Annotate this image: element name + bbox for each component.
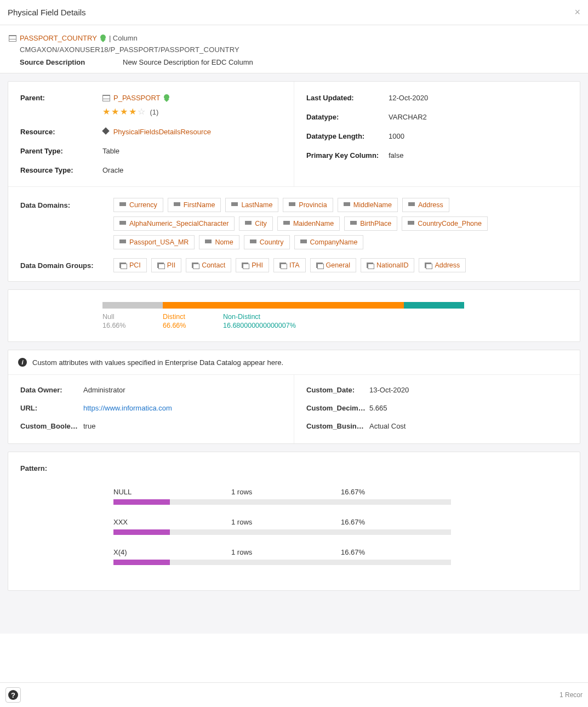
header-section: PASSPORT_COUNTRY | Column CMGAXON/AXONUS… xyxy=(0,25,588,73)
data-domains-label: Data Domains: xyxy=(20,198,113,249)
domain-tag[interactable]: City xyxy=(239,216,273,231)
domain-tag[interactable]: LastName xyxy=(225,198,278,212)
stack-icon xyxy=(316,263,323,268)
nondistinct-pct: 16.680000000000007% xyxy=(223,322,296,329)
domain-tag[interactable]: Nome xyxy=(199,235,239,249)
pattern-rows: 1 rows xyxy=(231,548,341,556)
grid-icon xyxy=(408,202,415,208)
table-icon xyxy=(9,35,16,42)
stack-icon xyxy=(279,263,286,268)
domain-group-tag[interactable]: PII xyxy=(151,258,181,272)
stack-icon xyxy=(425,263,431,268)
domain-tag[interactable]: Currency xyxy=(113,198,163,212)
domain-tag[interactable]: Country xyxy=(244,235,290,249)
pattern-name: NULL xyxy=(113,488,231,496)
tag-label: FirstName xyxy=(184,201,215,209)
field-name-link[interactable]: PASSPORT_COUNTRY xyxy=(20,34,97,42)
grid-icon xyxy=(408,221,414,226)
tag-label: LastName xyxy=(241,201,272,209)
tag-label: Passport_USA_MR xyxy=(129,238,189,246)
url-link[interactable]: https://www.informatica.com xyxy=(83,404,172,412)
tag-label: Nome xyxy=(215,238,233,246)
tag-label: NationalID xyxy=(376,261,408,269)
breadcrumb-path: CMGAXON/AXONUSER18/P_PASSPORT/PASSPORT_C… xyxy=(9,45,580,54)
tag-label: Address xyxy=(418,201,443,209)
grid-icon xyxy=(174,202,180,208)
tag-label: City xyxy=(255,220,267,227)
grid-icon xyxy=(231,202,238,208)
certified-icon xyxy=(100,35,106,40)
data-owner-value: Administrator xyxy=(83,386,282,394)
resource-link[interactable]: PhysicalFieldsDetailsResource xyxy=(113,128,211,136)
tag-label: PCI xyxy=(129,261,141,269)
pattern-name: XXX xyxy=(113,518,231,526)
pattern-fill xyxy=(113,560,170,565)
domain-tag[interactable]: AlphaNumeric_SpecialCharacter xyxy=(113,216,235,231)
grid-icon xyxy=(119,221,126,226)
distinct-pct: 66.66% xyxy=(163,322,223,329)
custom-bool-value: true xyxy=(83,422,282,430)
domain-group-tag[interactable]: ITA xyxy=(273,258,306,272)
stack-icon xyxy=(192,263,198,268)
domain-tag[interactable]: MiddleName xyxy=(338,198,398,212)
tag-label: Contact xyxy=(202,261,225,269)
grid-icon xyxy=(300,240,307,245)
tag-label: Country xyxy=(260,238,284,246)
custom-busin-value: Actual Cost xyxy=(369,422,568,430)
details-left-col: Parent: P_PASSPORT ★★★★☆ (1) xyxy=(8,82,294,186)
custom-info-text: Custom attributes with values specified … xyxy=(32,358,283,367)
domain-tag[interactable]: FirstName xyxy=(168,198,221,212)
page-title: Physical Field Details xyxy=(8,8,86,17)
nondistinct-label: Non-Distinct xyxy=(223,313,296,321)
url-label: URL: xyxy=(20,404,83,412)
parent-link[interactable]: P_PASSPORT xyxy=(113,94,161,102)
source-desc-value: New Source Description for EDC Column xyxy=(123,58,253,66)
grid-icon xyxy=(119,240,126,245)
pattern-fill xyxy=(113,499,170,505)
pattern-fill xyxy=(113,529,170,535)
domain-tag[interactable]: CompanyName xyxy=(294,235,364,249)
pattern-pct: 16.67% xyxy=(341,488,365,496)
domain-group-tag[interactable]: NationalID xyxy=(361,258,414,272)
grid-icon xyxy=(283,221,290,226)
tag-label: Address xyxy=(435,261,460,269)
grid-icon xyxy=(119,202,126,208)
datatype-len-label: Datatype Length: xyxy=(306,132,389,140)
cube-icon xyxy=(102,127,110,135)
domain-group-tag[interactable]: Address xyxy=(419,258,466,272)
domain-tag[interactable]: CountryCode_Phone xyxy=(402,216,488,231)
domain-group-tag[interactable]: PCI xyxy=(113,258,147,272)
tag-label: PHI xyxy=(252,261,263,269)
domain-tag[interactable]: Address xyxy=(402,198,449,212)
tag-label: General xyxy=(326,261,350,269)
custom-decim-value: 5.665 xyxy=(369,404,568,412)
tag-label: ITA xyxy=(289,261,300,269)
custom-date-label: Custom_Date: xyxy=(306,386,369,394)
pattern-list: NULL1 rows16.67%XXX1 rows16.67%X(4)1 row… xyxy=(20,488,568,565)
resource-type-label: Resource Type: xyxy=(20,166,102,174)
domain-group-tag[interactable]: Contact xyxy=(186,258,231,272)
domain-tag[interactable]: Passport_USA_MR xyxy=(113,235,195,249)
close-icon[interactable]: × xyxy=(574,7,580,18)
distribution-nondistinct-segment xyxy=(404,302,464,309)
domain-tag[interactable]: Provincia xyxy=(283,198,333,212)
custom-bool-label: Custom_Boole… xyxy=(20,422,83,430)
tag-label: Provincia xyxy=(299,201,327,209)
domain-tag[interactable]: BirthPlace xyxy=(344,216,397,231)
domain-group-tag[interactable]: General xyxy=(310,258,356,272)
grid-icon xyxy=(344,202,350,208)
null-label: Null xyxy=(102,313,163,321)
domain-group-tag[interactable]: PHI xyxy=(236,258,269,272)
grid-icon xyxy=(350,221,357,226)
stack-icon xyxy=(119,263,126,268)
grid-icon xyxy=(289,202,295,208)
rating-stars[interactable]: ★★★★☆ (1) xyxy=(102,106,282,117)
domain-tag[interactable]: MaidenName xyxy=(277,216,340,231)
source-desc-label: Source Description xyxy=(20,58,96,66)
custom-decim-label: Custom_Decim… xyxy=(306,404,369,412)
distribution-null-segment xyxy=(102,302,163,309)
data-domains-tags: CurrencyFirstNameLastNameProvinciaMiddle… xyxy=(113,198,568,249)
pattern-label: Pattern: xyxy=(20,464,568,472)
distinct-label: Distinct xyxy=(163,313,223,321)
datatype-len-value: 1000 xyxy=(389,132,568,140)
